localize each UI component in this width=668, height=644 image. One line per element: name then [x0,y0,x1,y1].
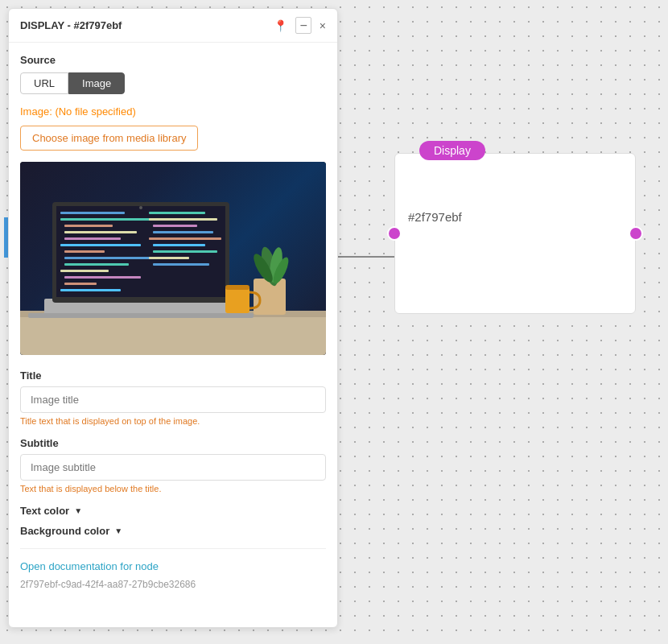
svg-rect-24 [153,244,205,246]
image-status: (No file specified) [55,105,135,118]
title-hint: Title text that is displayed on top of t… [20,416,326,426]
svg-rect-19 [149,212,205,214]
image-preview [20,162,326,355]
subtitle-field-label: Subtitle [20,437,326,449]
toggle-url-button[interactable]: URL [20,72,68,94]
source-toggle: URL Image [20,72,326,94]
svg-rect-12 [64,250,105,253]
divider [20,548,326,549]
image-preview-inner [20,162,326,355]
svg-rect-16 [64,276,141,279]
svg-rect-23 [149,237,221,240]
title-field-label: Title [20,369,326,382]
panel-header: DISPLAY - #2f797ebf 📍 − × [9,9,337,43]
node-port-right[interactable] [629,226,643,241]
svg-rect-22 [153,231,213,233]
svg-rect-21 [153,225,197,227]
panel: DISPLAY - #2f797ebf 📍 − × Source URL Ima… [8,8,338,628]
node-label: Display [419,141,485,160]
bg-color-label: Background color [20,525,109,537]
panel-header-icons: 📍 − × [274,17,326,34]
svg-rect-27 [153,263,209,266]
minimize-icon[interactable]: − [295,17,311,34]
subtitle-field-group: Subtitle Text that is displayed below th… [20,437,326,493]
source-label: Source [20,54,326,66]
svg-rect-0 [20,315,326,355]
pin-icon[interactable]: 📍 [274,20,287,31]
bg-color-chevron-icon: ▼ [114,526,122,535]
panel-title: DISPLAY - #2f797ebf [20,19,122,31]
text-color-row[interactable]: Text color ▼ [20,505,326,517]
svg-rect-26 [149,257,189,259]
image-label: Image: [20,105,52,118]
doc-link[interactable]: Open documentation for node [20,560,326,572]
subtitle-hint: Text that is displayed below the title. [20,484,326,493]
svg-point-35 [139,206,142,209]
svg-rect-13 [64,257,153,259]
subtitle-input[interactable] [20,454,326,481]
text-color-label: Text color [20,505,69,517]
title-input[interactable] [20,386,326,413]
svg-rect-7 [60,218,157,221]
svg-rect-11 [60,244,141,246]
title-field-group: Title Title text that is displayed on to… [20,369,326,426]
svg-rect-33 [225,287,249,313]
svg-rect-15 [60,270,109,272]
bg-color-row[interactable]: Background color ▼ [20,525,326,537]
close-icon[interactable]: × [320,20,326,31]
display-node[interactable]: Display #2f797ebf [394,153,636,314]
svg-rect-20 [149,218,217,221]
svg-rect-10 [64,237,121,240]
image-info: Image: (No file specified) [20,105,326,118]
text-color-chevron-icon: ▼ [74,506,82,515]
svg-rect-6 [60,212,125,214]
svg-rect-14 [64,263,129,266]
svg-rect-25 [153,250,217,253]
svg-rect-9 [64,231,137,233]
connection-line [328,256,401,258]
svg-rect-17 [64,283,97,285]
svg-rect-34 [225,285,249,290]
svg-rect-3 [28,313,254,318]
node-value: #2f797ebf [408,210,622,224]
svg-rect-18 [60,289,121,291]
svg-rect-8 [64,225,113,227]
toggle-image-button[interactable]: Image [68,72,125,94]
node-port-left[interactable] [387,226,402,241]
node-id: 2f797ebf-c9ad-42f4-aa87-27b9cbe32686 [20,579,326,590]
media-library-button[interactable]: Choose image from media library [20,126,198,151]
panel-body: Source URL Image Image: (No file specifi… [9,43,337,627]
